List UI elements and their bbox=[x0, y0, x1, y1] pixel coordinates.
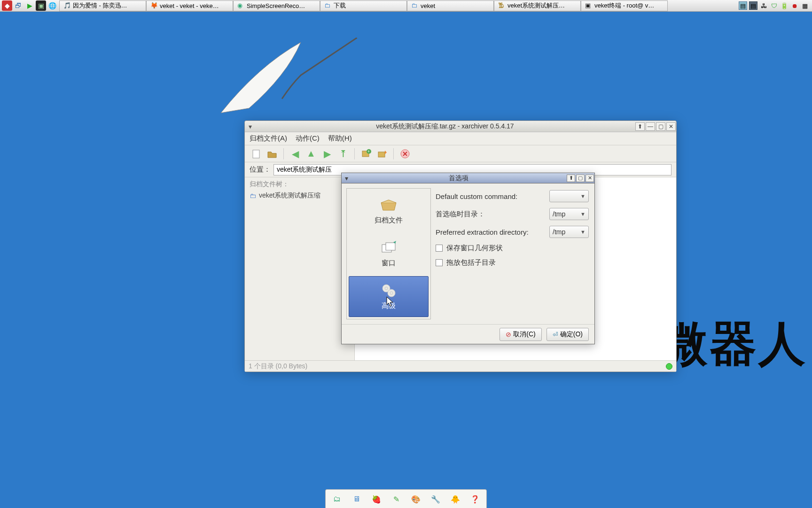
svg-rect-0 bbox=[253, 150, 259, 158]
cancel-icon: ⊘ bbox=[506, 331, 511, 338]
task-item[interactable]: 🗜veket系统测试解压… bbox=[494, 0, 581, 11]
tree-header: 归档文件树： bbox=[250, 180, 350, 189]
record-status-icon[interactable]: ⏺ bbox=[790, 1, 799, 10]
ontop-button[interactable]: ⬆ bbox=[567, 175, 575, 182]
extract-dir-dropdown[interactable]: /tmp ▼ bbox=[549, 226, 589, 238]
desktop-dock-icon[interactable]: 🖥 bbox=[348, 492, 365, 507]
dialog-titlebar[interactable]: ▾ 首选项 ⬆ ▢ ✕ bbox=[342, 173, 594, 183]
chevron-down-icon: ▼ bbox=[580, 193, 586, 199]
checkbox-save-geom[interactable]: 保存窗口几何形状 bbox=[436, 244, 589, 253]
task-item[interactable]: 🎵因为爱情 - 陈奕迅… bbox=[59, 0, 146, 11]
window-titlebar[interactable]: ▾ veket系统测试解压缩.tar.gz - xarchiver 0.5.4.… bbox=[245, 121, 676, 132]
windows-icon bbox=[379, 240, 398, 256]
tab-label: 窗口 bbox=[382, 259, 396, 268]
record-icon: ◉ bbox=[237, 2, 245, 9]
stop-icon[interactable] bbox=[398, 147, 412, 160]
close-button[interactable]: ✕ bbox=[666, 122, 676, 131]
status-text: 1 个目录 (0,0 Bytes) bbox=[249, 362, 307, 371]
task-label: veket bbox=[421, 2, 435, 9]
battery-icon[interactable]: 🔋 bbox=[780, 1, 789, 10]
tray-misc-icon[interactable]: ▦ bbox=[801, 1, 809, 10]
menu-help[interactable]: 帮助(H) bbox=[328, 134, 352, 143]
task-label: SimpleScreenReco… bbox=[247, 2, 305, 9]
rollup-icon[interactable]: ▾ bbox=[342, 175, 351, 182]
run-icon[interactable]: ▶ bbox=[24, 0, 35, 11]
maximize-button[interactable]: ▢ bbox=[576, 175, 585, 182]
button-label: 确定(O) bbox=[560, 330, 583, 339]
task-item[interactable]: 🗀veket bbox=[407, 0, 494, 11]
browser-launcher-icon[interactable]: 🌐 bbox=[47, 0, 57, 11]
rollup-icon[interactable]: ▾ bbox=[245, 123, 255, 130]
folder-icon: 🗀 bbox=[411, 2, 419, 9]
menu-action[interactable]: 动作(C) bbox=[296, 134, 320, 143]
workspace-switcher-icon[interactable]: ▤ bbox=[739, 1, 747, 10]
task-label: 下载 bbox=[334, 1, 346, 10]
editor-dock-icon[interactable]: ✎ bbox=[388, 492, 405, 507]
file-manager-icon[interactable]: 🗗 bbox=[13, 0, 23, 11]
checkbox-drag-subdir[interactable]: 拖放包括子目录 bbox=[436, 258, 589, 267]
checkbox-label: 保存窗口几何形状 bbox=[446, 244, 503, 253]
svg-text:+: + bbox=[367, 149, 370, 154]
add-files-icon[interactable]: + bbox=[359, 147, 373, 160]
task-label: 因为爱情 - 陈奕迅… bbox=[73, 1, 127, 10]
tab-label: 归档文件 bbox=[375, 216, 403, 225]
temp-dir-dropdown[interactable]: /tmp ▼ bbox=[549, 208, 589, 220]
start-menu-icon[interactable]: ◆ bbox=[2, 0, 12, 11]
chevron-down-icon: ▼ bbox=[580, 211, 586, 217]
home-icon[interactable]: ⤒ bbox=[336, 147, 350, 160]
up-icon[interactable]: ▲ bbox=[304, 147, 318, 160]
files-dock-icon[interactable]: 🗂 bbox=[328, 492, 345, 507]
chevron-down-icon: ▼ bbox=[580, 229, 586, 235]
label-default-cmd: Default custom command: bbox=[436, 192, 517, 200]
forward-icon[interactable]: ▶ bbox=[320, 147, 334, 160]
open-archive-icon[interactable] bbox=[265, 147, 279, 160]
ontop-button[interactable]: ⬆ bbox=[635, 122, 645, 131]
task-item[interactable]: ▣veket终端 - root@ v… bbox=[581, 0, 668, 11]
svg-rect-7 bbox=[386, 243, 395, 250]
extract-icon[interactable] bbox=[375, 147, 389, 160]
shield-icon[interactable]: 🛡 bbox=[770, 1, 778, 10]
tab-window[interactable]: 窗口 bbox=[349, 233, 429, 274]
app-dock-icon[interactable]: 🍓 bbox=[368, 492, 385, 507]
paint-dock-icon[interactable]: 🎨 bbox=[407, 492, 424, 507]
pet-dock-icon[interactable]: 🐥 bbox=[447, 492, 464, 507]
task-item[interactable]: 🦊veket - veket - veke… bbox=[146, 0, 233, 11]
dock: 🗂 🖥 🍓 ✎ 🎨 🔧 🐥 ❓ bbox=[325, 489, 487, 508]
terminal-launcher-icon[interactable]: ▣ bbox=[36, 0, 46, 11]
workspace-switcher-icon[interactable]: ▤ bbox=[749, 1, 757, 10]
window-title: veket系统测试解压缩.tar.gz - xarchiver 0.5.4.17 bbox=[255, 122, 635, 131]
cancel-button[interactable]: ⊘ 取消(C) bbox=[500, 328, 541, 341]
task-item[interactable]: ◉SimpleScreenReco… bbox=[233, 0, 320, 11]
menubar: 归档文件(A) 动作(C) 帮助(H) bbox=[245, 132, 676, 145]
prefs-settings: Default custom command: ▼ 首选临时目录： /tmp ▼… bbox=[435, 188, 590, 319]
back-icon[interactable]: ◀ bbox=[289, 147, 302, 160]
dialog-title: 首选项 bbox=[351, 174, 566, 183]
tool-dock-icon[interactable]: 🔧 bbox=[427, 492, 444, 507]
menu-archive[interactable]: 归档文件(A) bbox=[250, 134, 287, 143]
checkbox-box bbox=[436, 259, 443, 266]
box-icon bbox=[379, 197, 398, 213]
dropdown-value: /tmp bbox=[553, 228, 565, 236]
tree-node[interactable]: 🗀 veket系统测试解压缩 bbox=[250, 191, 350, 200]
new-archive-icon[interactable] bbox=[250, 147, 263, 160]
watermark-text: 微器人 bbox=[661, 313, 807, 376]
help-dock-icon[interactable]: ❓ bbox=[467, 492, 484, 507]
firefox-icon: 🦊 bbox=[150, 2, 158, 9]
ok-button[interactable]: ⏎ 确定(O) bbox=[547, 328, 589, 341]
folder-icon: 🗀 bbox=[324, 2, 332, 9]
dialog-footer: ⊘ 取消(C) ⏎ 确定(O) bbox=[342, 324, 594, 344]
close-button[interactable]: ✕ bbox=[586, 175, 594, 182]
maximize-button[interactable]: ▢ bbox=[656, 122, 665, 131]
network-icon[interactable]: 🖧 bbox=[759, 1, 768, 10]
label-extract-dir: Preferred extraction directory: bbox=[436, 228, 529, 236]
wallpaper-feather bbox=[216, 38, 357, 132]
task-item[interactable]: 🗀下载 bbox=[320, 0, 407, 11]
status-led-icon bbox=[666, 363, 672, 370]
tab-archive[interactable]: 归档文件 bbox=[349, 190, 429, 231]
location-label: 位置： bbox=[250, 165, 271, 174]
svg-rect-4 bbox=[378, 152, 385, 157]
default-cmd-dropdown[interactable]: ▼ bbox=[549, 190, 589, 202]
cursor-icon bbox=[386, 296, 395, 308]
minimize-button[interactable]: — bbox=[646, 122, 655, 131]
system-tray: ▤ ▤ 🖧 🛡 🔋 ⏺ ▦ bbox=[736, 1, 812, 10]
